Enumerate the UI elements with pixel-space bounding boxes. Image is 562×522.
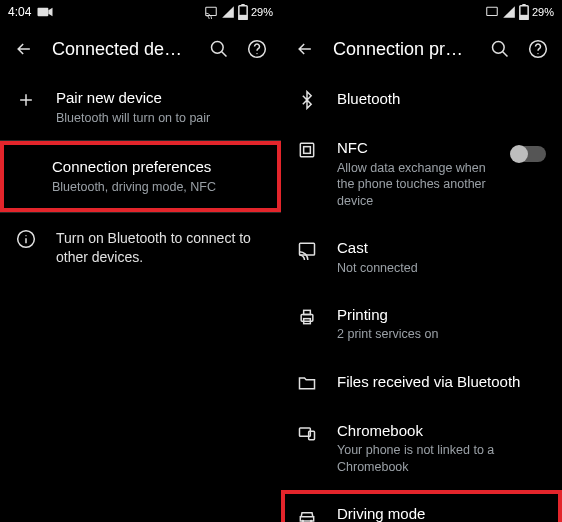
pair-new-device-row[interactable]: Pair new device Bluetooth will turn on t…	[0, 74, 281, 140]
cast-status-icon	[204, 5, 218, 19]
svg-point-14	[493, 42, 505, 54]
svg-rect-20	[301, 314, 313, 321]
folder-icon	[297, 373, 317, 393]
pref-title: Connection preferences	[52, 157, 265, 177]
chromebook-row[interactable]: Chromebook Your phone is not linked to a…	[281, 407, 562, 490]
plus-icon	[16, 90, 36, 110]
printer-icon	[297, 307, 317, 327]
files-title: Files received via Bluetooth	[337, 372, 546, 392]
help-icon[interactable]	[528, 39, 548, 59]
app-bar: Connected devices	[0, 24, 281, 74]
cb-sub: Your phone is not linked to a Chromebook	[337, 442, 546, 476]
search-icon[interactable]	[209, 39, 229, 59]
search-icon[interactable]	[490, 39, 510, 59]
cast-row[interactable]: Cast Not connected	[281, 224, 562, 290]
nfc-row[interactable]: NFC Allow data exchange when the phone t…	[281, 124, 562, 224]
svg-rect-1	[206, 7, 217, 15]
pref-sub: Bluetooth, driving mode, NFC	[52, 179, 265, 196]
screen-connection-preferences: 29% Connection preferen... Bluetooth NFC…	[281, 0, 562, 522]
cast-status-icon	[485, 5, 499, 19]
page-title: Connected devices	[52, 39, 191, 60]
back-icon[interactable]	[14, 39, 34, 59]
signal-icon	[502, 5, 516, 19]
bt-title: Bluetooth	[337, 89, 546, 109]
svg-rect-24	[309, 431, 315, 439]
status-battery-pct: 29%	[251, 6, 273, 18]
status-bar: 4:04 29%	[0, 0, 281, 24]
screen-connected-devices: 4:04 29% Connected devices Pair new devi…	[0, 0, 281, 522]
pair-title: Pair new device	[56, 88, 265, 108]
svg-rect-0	[38, 8, 49, 16]
car-icon	[297, 506, 317, 522]
printing-row[interactable]: Printing 2 print services on	[281, 291, 562, 357]
info-text: Turn on Bluetooth to connect to other de…	[56, 229, 265, 267]
pair-sub: Bluetooth will turn on to pair	[56, 110, 265, 127]
cast-title: Cast	[337, 238, 546, 258]
battery-icon	[238, 5, 248, 19]
print-title: Printing	[337, 305, 546, 325]
dm-title: Driving mode	[337, 504, 546, 522]
signal-icon	[221, 5, 235, 19]
svg-rect-3	[241, 4, 244, 6]
svg-rect-4	[239, 14, 247, 19]
nfc-sub: Allow data exchange when the phone touch…	[337, 160, 492, 211]
info-icon	[16, 229, 36, 249]
cb-title: Chromebook	[337, 421, 546, 441]
status-time: 4:04	[8, 5, 31, 19]
devices-icon	[297, 423, 317, 443]
svg-point-16	[537, 53, 538, 54]
svg-point-5	[212, 42, 224, 54]
bluetooth-row[interactable]: Bluetooth	[281, 74, 562, 124]
bluetooth-info-row: Turn on Bluetooth to connect to other de…	[0, 213, 281, 281]
nfc-title: NFC	[337, 138, 492, 158]
svg-rect-19	[300, 243, 315, 255]
back-icon[interactable]	[295, 39, 315, 59]
connection-preferences-row[interactable]: Connection preferences Bluetooth, drivin…	[0, 141, 281, 211]
svg-rect-17	[300, 143, 313, 156]
files-row[interactable]: Files received via Bluetooth	[281, 357, 562, 407]
status-bar: 29%	[281, 0, 562, 24]
battery-icon	[519, 5, 529, 19]
status-battery-pct: 29%	[532, 6, 554, 18]
svg-rect-12	[522, 4, 525, 6]
bluetooth-icon	[297, 90, 317, 110]
camera-icon	[35, 2, 55, 22]
cast-sub: Not connected	[337, 260, 546, 277]
nfc-toggle[interactable]	[512, 146, 546, 162]
help-icon[interactable]	[247, 39, 267, 59]
svg-point-7	[256, 53, 257, 54]
svg-rect-10	[487, 7, 498, 15]
svg-rect-18	[304, 147, 311, 154]
svg-rect-21	[304, 310, 311, 314]
cast-icon	[297, 240, 317, 260]
nfc-icon	[297, 140, 317, 160]
page-title: Connection preferen...	[333, 39, 472, 60]
app-bar: Connection preferen...	[281, 24, 562, 74]
print-sub: 2 print services on	[337, 326, 546, 343]
svg-rect-13	[520, 14, 528, 19]
driving-mode-row[interactable]: Driving mode Off	[281, 490, 562, 522]
svg-point-9	[25, 235, 26, 236]
